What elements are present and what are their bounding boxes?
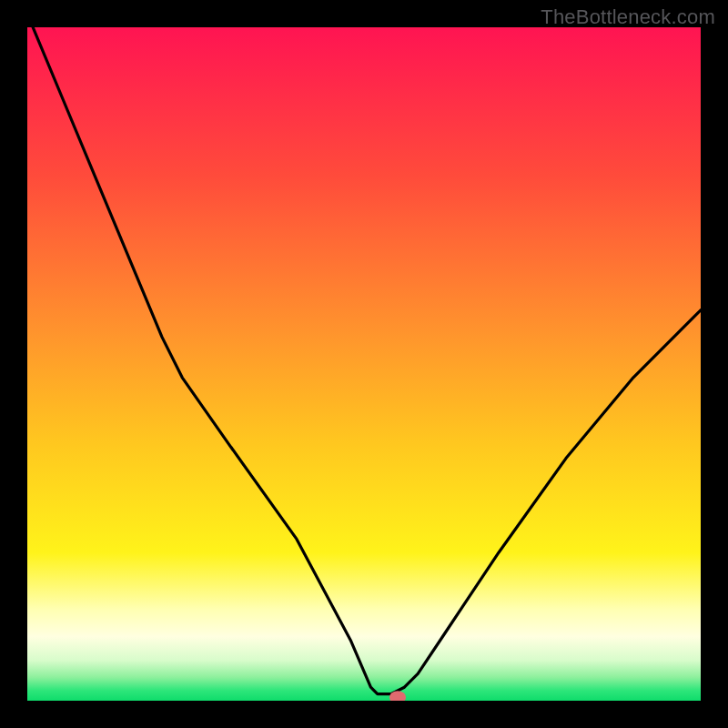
gradient-background [27, 27, 701, 701]
watermark-text: TheBottleneck.com [541, 5, 715, 29]
chart-frame: TheBottleneck.com [0, 0, 728, 728]
plot-area [27, 27, 701, 701]
bottleneck-chart-svg [27, 27, 701, 701]
